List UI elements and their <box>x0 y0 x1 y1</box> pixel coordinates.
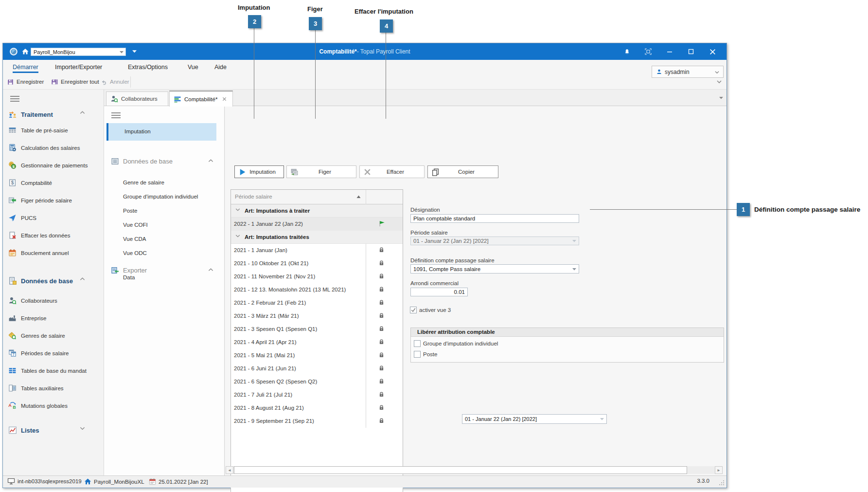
imputation-button[interactable]: Imputation <box>234 165 284 178</box>
figer-button[interactable]: Figer <box>286 165 356 178</box>
save-all-button[interactable]: Enregistrer tout <box>51 74 99 89</box>
menu-aide[interactable]: Aide <box>214 60 227 74</box>
sidebar-item-p-riodes-de-salaire[interactable]: 7Périodes de salaire <box>3 345 104 362</box>
arrondi-input[interactable]: 0.01 <box>410 288 468 296</box>
ribbon-collapse-icon[interactable] <box>717 80 722 84</box>
grid-row[interactable]: 2021 - 7 Juli 21 (Jul 21) <box>231 388 403 401</box>
sidebar-item-label: Tables de base du mandat <box>21 368 87 374</box>
grid-row[interactable]: 2021 - 12 13. Monatslohn 2021 (13 ML 202… <box>231 283 403 296</box>
tab-collaborateurs[interactable]: Collaborateurs <box>106 91 168 106</box>
grid-row-label: 2021 - 1 Januar (Jan) <box>234 247 287 253</box>
content-scroll-right-icon[interactable]: ► <box>715 466 723 474</box>
grid-row[interactable]: 2021 - 2 Februar 21 (Feb 21) <box>231 296 403 310</box>
menu-d-marrer[interactable]: Démarrer <box>13 60 38 74</box>
subnav-item-vue-odc[interactable]: Vue ODC <box>123 250 147 256</box>
poste-checkbox[interactable] <box>414 351 421 358</box>
resize-grip[interactable] <box>718 479 725 486</box>
groupe-imputation-checkbox[interactable] <box>414 340 421 347</box>
subnav-menu-icon[interactable] <box>111 112 121 119</box>
grid-row[interactable]: 2022 - 1 Januar 22 (Jan 22) <box>231 218 403 231</box>
notifications-icon[interactable] <box>619 43 635 60</box>
undo-button[interactable]: Annuler <box>100 74 129 89</box>
subnav-group-donn-es-de-base[interactable]: Données de base <box>111 152 119 170</box>
grid-header[interactable]: Période salaire <box>231 190 403 204</box>
grid-row[interactable]: 2021 - 1 Januar (Jan) <box>231 244 403 257</box>
subnav-item-groupe-d-imputation-individuel[interactable]: Groupe d'imputation individuel <box>123 194 198 200</box>
grid-row[interactable]: 2021 - 8 August 21 (Aug 21) <box>231 401 403 415</box>
toolbar-separator <box>130 76 131 88</box>
subnav-item-vue-cda[interactable]: Vue CDA <box>123 236 146 242</box>
tab-comptabilit-[interactable]: Comptabilité* <box>169 91 233 107</box>
sidebar-item-collaborateurs[interactable]: Collaborateurs <box>3 292 104 310</box>
grid-row[interactable]: 2021 - 6 Spesen Q2 (Spesen Q2) <box>231 375 403 388</box>
tab-list-dropdown-icon[interactable] <box>719 96 723 99</box>
sidebar-item-calculation-des-salaires[interactable]: Calculation des salaires <box>3 139 104 157</box>
minimize-button[interactable] <box>661 43 678 60</box>
undo-icon <box>100 78 107 86</box>
menu-importer-exporter[interactable]: Importer/Exporter <box>55 60 102 74</box>
user-select[interactable]: sysadmin <box>652 66 724 78</box>
window-title-app: - Topal Payroll Client <box>357 48 410 55</box>
group-collapse-icon[interactable] <box>235 234 240 238</box>
grid-group-1[interactable]: Art: Imputations à traiter <box>231 204 403 218</box>
definition-select[interactable]: 1091, Compte Pass salaire <box>410 264 579 273</box>
sidebar-item-genres-de-salaire[interactable]: Genres de salaire <box>3 327 104 345</box>
sidebar-item-bouclement-annuel[interactable]: Bouclement annuel <box>3 244 104 262</box>
sidebar-item-label: PUCS <box>21 215 36 221</box>
tab-label: Collaborateurs <box>121 96 158 102</box>
grid-row[interactable]: 2021 - 4 April 21 (Apr 21) <box>231 336 403 349</box>
svg-text:7: 7 <box>13 353 15 356</box>
sidebar-item-table-de-pr-saisie[interactable]: Table de pré-saisie <box>3 122 104 139</box>
designation-input[interactable]: Plan comptable standard <box>410 214 579 223</box>
sidebar-item-mutations-globales[interactable]: ABMutations globales <box>3 397 104 415</box>
sidebar-section-listes[interactable]: Listes <box>3 421 104 439</box>
sidebar-item-tables-auxiliaires[interactable]: Tables auxiliaires <box>3 380 104 397</box>
content-hscrollbar[interactable]: ◄ ► <box>226 466 723 474</box>
subnav-item-data[interactable]: Data <box>123 274 135 280</box>
grid-row[interactable]: 2021 - 6 Juni 21 (Jun 21) <box>231 362 403 375</box>
pin-layout-icon[interactable] <box>640 43 656 60</box>
lock-icon <box>378 273 386 280</box>
grid-row[interactable]: 2021 - 9 September 21 (Sep 21) <box>231 415 403 428</box>
tab-close-icon[interactable] <box>222 97 227 101</box>
copier-button[interactable]: Copier <box>427 165 498 178</box>
maximize-button[interactable] <box>683 43 699 60</box>
sidebar-item-pucs[interactable]: PUCS <box>3 209 104 227</box>
database-home-icon <box>84 478 91 485</box>
grid-row[interactable]: 2021 - 10 Oktober 21 (Okt 21) <box>231 257 403 270</box>
periode-label: Période salaire <box>410 230 448 236</box>
grid-row[interactable]: 2021 - 3 März 21 (Mär 21) <box>231 310 403 323</box>
menu-vue[interactable]: Vue <box>188 60 198 74</box>
grid-row[interactable]: 2021 - 3 Spesen Q1 (Spesen Q1) <box>231 323 403 336</box>
sidebar-item-gestionnaire-de-paiements[interactable]: C$Gestionnaire de paiements <box>3 157 104 174</box>
content-scroll-thumb[interactable] <box>234 466 687 474</box>
sidebar-item-comptabilit-[interactable]: $Comptabilité <box>3 174 104 192</box>
menu-extras-options[interactable]: Extras/Options <box>128 60 168 74</box>
sidebar-item-entreprise[interactable]: Entreprise <box>3 310 104 327</box>
sidebar-item-effacer-les-donn-es[interactable]: Effacer les données <box>3 227 104 244</box>
erase-doc-icon <box>8 231 17 240</box>
sidebar-menu-icon[interactable] <box>10 95 19 102</box>
content-scroll-left-icon[interactable]: ◄ <box>226 466 233 474</box>
subnav-item-genre-de-salaire[interactable]: Genre de salaire <box>123 180 164 185</box>
sidebar-item-figer-p-riode-salaire[interactable]: Figer période salaire <box>3 192 104 209</box>
subnav-group-exporter[interactable]: Exporter <box>111 261 119 279</box>
subnav-item-poste[interactable]: Poste <box>123 208 137 214</box>
group-collapse-icon[interactable] <box>235 208 240 212</box>
effacer-button[interactable]: Effacer <box>359 165 425 178</box>
close-button[interactable] <box>704 43 721 60</box>
activer-vue3-checkbox[interactable] <box>410 307 417 313</box>
lock-icon <box>378 404 386 412</box>
sidebar-item-tables-de-base-du-mandat[interactable]: Tables de base du mandat <box>3 362 104 380</box>
periode-select[interactable]: 01 - Januar 22 (Jan 22) [2022] <box>410 237 579 245</box>
save-button[interactable]: Enregistrer <box>7 74 44 89</box>
grid-row[interactable]: 2021 - 11 November 21 (Nov 21) <box>231 270 403 283</box>
subnav-item-vue-cofi[interactable]: Vue COFI <box>123 222 148 228</box>
grid-row[interactable]: 2021 - 5 Mai 21 (Mai 21) <box>231 349 403 362</box>
grid-group-2[interactable]: Art: Imputations traitées <box>231 231 403 244</box>
sidebar-section-donn-es-de-base[interactable]: Données de base <box>3 272 104 290</box>
sidebar-section-traitement[interactable]: Traitement <box>3 106 104 123</box>
bottom-periode-select[interactable]: 01 - Januar 22 (Jan 22) [2022] <box>462 414 607 424</box>
subnav-item-imputation[interactable]: Imputation <box>106 123 216 141</box>
svg-text:$: $ <box>11 180 14 185</box>
